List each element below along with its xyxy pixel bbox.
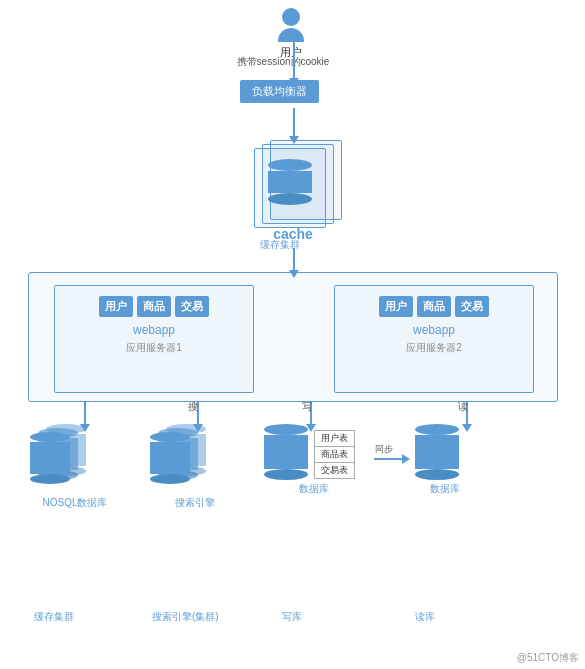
sc1-bottom — [150, 474, 190, 484]
module-user-2: 用户 — [379, 296, 413, 317]
search-group: 搜索引擎 — [150, 424, 240, 510]
webapp-box-2: 用户 商品 交易 webapp 应用服务器2 — [334, 285, 534, 393]
sync-arrow-head — [402, 454, 410, 464]
search-stack — [150, 424, 240, 494]
nosql-label: NOSQL数据库 — [30, 496, 120, 510]
module-trade-2: 交易 — [455, 296, 489, 317]
dwc-top — [264, 424, 308, 435]
dwc-bottom — [264, 469, 308, 480]
server1-label: 应用服务器1 — [55, 341, 253, 355]
sync-label: 同步 — [375, 443, 393, 456]
search-label: 搜索引擎 — [150, 496, 240, 510]
load-balancer: 负载均衡器 — [240, 80, 319, 103]
arrow-line — [84, 402, 86, 424]
nosql-stack — [30, 424, 120, 494]
search-cyl-1 — [150, 432, 190, 484]
arrow-line — [293, 108, 295, 136]
dbread-cylinder — [415, 424, 475, 480]
cyl-top — [268, 159, 312, 171]
webapp-box-1: 用户 商品 交易 webapp 应用服务器1 — [54, 285, 254, 393]
nosql-group: NOSQL数据库 — [30, 424, 120, 510]
module-product-2: 商品 — [417, 296, 451, 317]
arrow-line — [293, 40, 295, 78]
drc-bottom — [415, 469, 459, 480]
read-arrow-label: 读 — [458, 400, 468, 414]
dwc-body — [264, 435, 308, 469]
cache-group: cache — [248, 136, 348, 236]
dbread-label: 数据库 — [415, 482, 475, 496]
diagram: 用户 携带session的cookie 负载均衡器 cache — [0, 0, 585, 669]
webapp-label-1: webapp — [55, 323, 253, 337]
dbwrite-group: 用户表 商品表 交易表 数据库 — [264, 424, 364, 496]
modules-row-2: 用户 商品 交易 — [335, 286, 533, 317]
cyl-body — [268, 171, 312, 193]
dbwrite-inner: 用户表 商品表 交易表 — [264, 424, 364, 480]
table-trade: 交易表 — [315, 463, 354, 478]
webapp-label-2: webapp — [335, 323, 533, 337]
table-product: 商品表 — [315, 447, 354, 463]
drc-top — [415, 424, 459, 435]
server2-label: 应用服务器2 — [335, 341, 533, 355]
watermark: @51CTO博客 — [517, 651, 579, 665]
module-trade-1: 交易 — [175, 296, 209, 317]
cookie-label: 携带session的cookie — [218, 55, 348, 69]
drc-body — [415, 435, 459, 469]
module-user-1: 用户 — [99, 296, 133, 317]
sc1-body — [150, 442, 190, 474]
nosql-cluster-bottom-label: 缓存集群 — [34, 610, 74, 624]
user-head — [282, 8, 300, 26]
nosql-cyl-1 — [30, 432, 70, 484]
dbwrite-label: 数据库 — [264, 482, 364, 496]
cyl-bottom — [268, 193, 312, 205]
dbread-group: 数据库 — [415, 424, 475, 496]
write-arrow-label: 写 — [302, 400, 312, 414]
nosql-cyl1-top — [30, 432, 70, 442]
db-tables: 用户表 商品表 交易表 — [314, 430, 355, 479]
cache-page-1 — [254, 148, 326, 228]
table-user: 用户表 — [315, 431, 354, 447]
dbwrite-cluster-bottom-label: 写库 — [282, 610, 302, 624]
search-arrow-label: 搜 — [188, 400, 198, 414]
cache-label: cache — [248, 226, 338, 242]
nosql-cyl1-body — [30, 442, 70, 474]
search-cluster-bottom-label: 搜索引擎(集群) — [152, 610, 219, 624]
sync-arrow-line — [374, 458, 402, 460]
dbread-cluster-bottom-label: 读库 — [415, 610, 435, 624]
modules-row-1: 用户 商品 交易 — [55, 286, 253, 317]
module-product-1: 商品 — [137, 296, 171, 317]
dbwrite-cylinder — [264, 424, 308, 480]
sc1-top — [150, 432, 190, 442]
arrow-line — [293, 248, 295, 270]
nosql-cyl1-bottom — [30, 474, 70, 484]
cache-cylinder — [268, 159, 312, 205]
server-cluster: 用户 商品 交易 webapp 应用服务器1 用户 商品 交易 webapp 应… — [28, 272, 558, 402]
